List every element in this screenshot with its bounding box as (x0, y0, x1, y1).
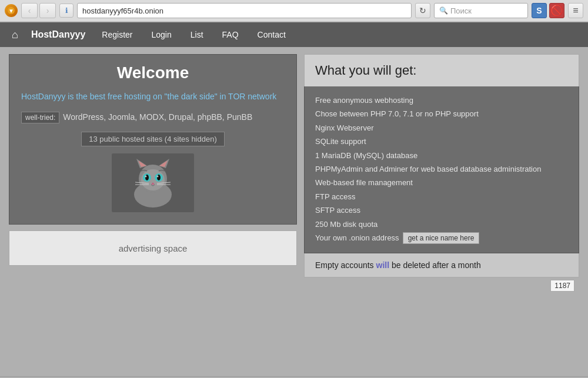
feature-item-0: Free anonymous webhosting (315, 93, 568, 107)
url-text: hostdanyyyf65r4b.onion (82, 6, 163, 15)
navbar-login[interactable]: Login (142, 24, 181, 45)
left-panel: Welcome HostDanyyy is the best free host… (9, 54, 297, 266)
well-tried-text: WordPress, Joomla, MODX, Drupal, phpBB, … (63, 111, 252, 123)
navbar-list[interactable]: List (181, 24, 213, 45)
back-button[interactable]: ‹ (21, 3, 38, 18)
svg-point-14 (157, 176, 159, 178)
search-bar[interactable]: 🔍 Поиск (434, 3, 528, 18)
features-header: What you will get: (304, 54, 579, 86)
advertising-text: advertising space (119, 243, 188, 253)
feature-item-7: FTP access (315, 190, 568, 203)
advertising-space: advertising space (9, 230, 297, 266)
navbar-home-icon[interactable]: ⌂ (6, 24, 24, 46)
counter-badge: 1187 (550, 280, 574, 292)
navbar: ⌂ HostDanyyy Register Login List FAQ Con… (0, 22, 588, 47)
ext-btn-block[interactable]: 🚫 (549, 3, 564, 18)
notice-rest: be deleted after a month (389, 260, 481, 270)
svg-point-11 (145, 175, 149, 180)
cat-svg (123, 156, 182, 209)
svg-point-12 (157, 175, 161, 180)
content-row: Welcome HostDanyyy is the best free host… (9, 54, 579, 277)
page-content: Welcome HostDanyyy is the best free host… (0, 47, 588, 376)
extension-buttons: S 🚫 (532, 3, 564, 18)
features-header-text: What you will get: (315, 63, 416, 78)
notice-will: will (376, 260, 390, 270)
navbar-brand[interactable]: HostDanyyy (24, 25, 92, 45)
feature-item-3: SQLite support (315, 135, 568, 148)
ext-btn-s[interactable]: S (532, 3, 547, 18)
welcome-title: Welcome (21, 63, 285, 82)
browser-toolbar: ▼ ‹ › ℹ hostdanyyyf65r4b.onion ↻ 🔍 Поиск… (0, 0, 588, 22)
svg-point-13 (145, 176, 147, 178)
feature-item-4: 1 MariaDB (MySQL) database (315, 149, 568, 162)
feature-item-8: SFTP access (315, 203, 568, 217)
search-placeholder: Поиск (450, 6, 472, 15)
feature-item-2: Nginx Webserver (315, 121, 568, 135)
feature-item-9: 250 Mb disk quota (315, 218, 568, 231)
navbar-register[interactable]: Register (92, 24, 142, 45)
nav-buttons: ‹ › (21, 3, 56, 18)
counter-row: 1187 (9, 277, 579, 294)
hamburger-menu[interactable]: ≡ (568, 3, 583, 18)
onion-address-row: Your own .onion address get a nice name … (315, 231, 568, 245)
search-icon: 🔍 (439, 6, 448, 15)
get-name-button[interactable]: get a nice name here (403, 232, 480, 244)
onion-address-label: Your own .onion address (315, 231, 399, 245)
navbar-faq[interactable]: FAQ (213, 24, 248, 45)
svg-text:▼: ▼ (8, 8, 14, 14)
forward-button[interactable]: › (39, 3, 56, 18)
right-panel: What you will get: Free anonymous webhos… (304, 54, 579, 277)
feature-item-6: Web-based file management (315, 176, 568, 189)
url-bar[interactable]: hostdanyyyf65r4b.onion (77, 3, 412, 18)
hosted-badge-row: 13 public hosted sites (4 sites hidden) (21, 132, 285, 146)
reload-button[interactable]: ↻ (415, 3, 430, 18)
cat-image (112, 153, 194, 212)
browser-app-menu[interactable]: ▼ (5, 4, 18, 17)
hosted-sites-badge: 13 public hosted sites (4 sites hidden) (81, 132, 225, 146)
feature-item-1: Chose between PHP 7.0, 7.1 or no PHP sup… (315, 107, 568, 121)
well-tried-row: well-tried: WordPress, Joomla, MODX, Dru… (21, 111, 285, 123)
feature-item-5: PHPMyAdmin and Adminer for web based dat… (315, 162, 568, 176)
well-tried-badge: well-tried: (21, 112, 59, 123)
navbar-contact[interactable]: Contact (248, 24, 295, 45)
browser-window: ▼ ‹ › ℹ hostdanyyyf65r4b.onion ↻ 🔍 Поиск… (0, 0, 588, 22)
welcome-description: HostDanyyy is the best free hosting on "… (21, 91, 285, 103)
welcome-card: Welcome HostDanyyy is the best free host… (9, 54, 297, 225)
empty-accounts-notice: Empty accounts will be deleted after a m… (304, 253, 579, 277)
features-list: Free anonymous webhosting Chose between … (304, 86, 579, 253)
site-info-button[interactable]: ℹ (59, 4, 74, 18)
notice-empty: Empty accounts (315, 260, 376, 270)
